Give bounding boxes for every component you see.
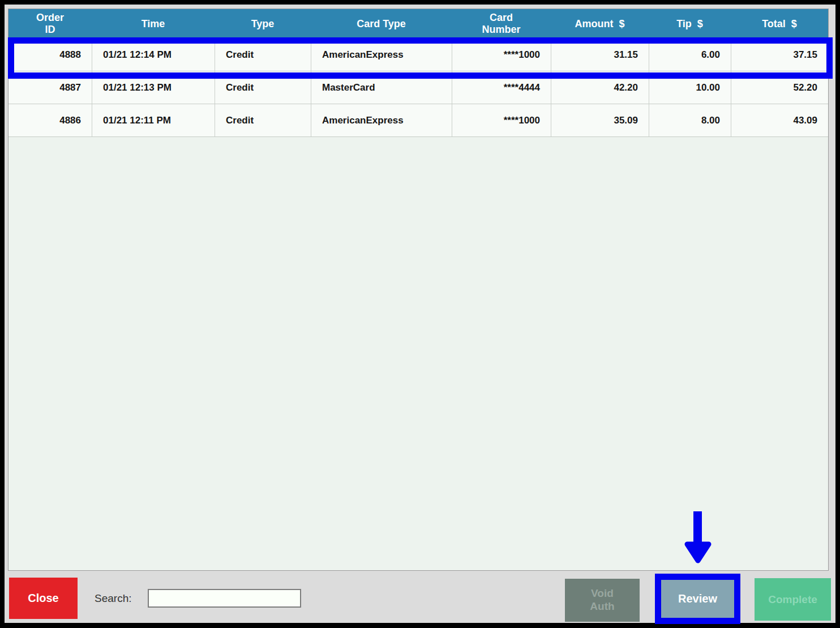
- cell-card-number: ****4444: [452, 71, 551, 104]
- cell-type: Credit: [215, 104, 311, 136]
- search-label: Search:: [95, 592, 131, 605]
- payments-window: Order ID Time Type Card Type Card Number…: [5, 5, 835, 623]
- close-button[interactable]: Close: [9, 578, 78, 619]
- cell-card-number: ****1000: [452, 39, 551, 71]
- search-input[interactable]: [148, 589, 301, 608]
- cell-card-number: ****1000: [452, 104, 551, 136]
- col-header-card-type: Card Type: [311, 9, 452, 39]
- cell-total: 37.15: [731, 39, 828, 71]
- table-header-row: Order ID Time Type Card Type Card Number…: [8, 9, 828, 39]
- review-button[interactable]: Review: [661, 580, 734, 618]
- table-row[interactable]: 488601/21 12:11 PMCreditAmericanExpress*…: [8, 104, 828, 137]
- col-header-tip: Tip $: [649, 9, 731, 39]
- cell-amount: 42.20: [551, 71, 649, 104]
- cell-order-id: 4887: [8, 71, 92, 104]
- col-header-time: Time: [92, 9, 215, 39]
- col-header-amount: Amount $: [551, 9, 649, 39]
- cell-tip: 8.00: [649, 104, 731, 136]
- cell-card-type: AmericanExpress: [311, 39, 452, 71]
- table-row[interactable]: 488801/21 12:14 PMCreditAmericanExpress*…: [8, 39, 828, 71]
- cell-tip: 10.00: [649, 71, 731, 104]
- screen-frame: Order ID Time Type Card Type Card Number…: [0, 0, 840, 628]
- cell-time: 01/21 12:13 PM: [92, 71, 215, 104]
- cell-order-id: 4886: [8, 104, 92, 136]
- review-highlight-border: Review: [655, 574, 740, 624]
- col-header-order-id: Order ID: [8, 9, 92, 39]
- void-auth-button[interactable]: Void Auth: [565, 579, 640, 622]
- table-row[interactable]: 488701/21 12:13 PMCreditMasterCard****44…: [8, 71, 828, 104]
- cell-card-type: MasterCard: [311, 71, 452, 104]
- col-header-total: Total $: [731, 9, 828, 39]
- complete-button[interactable]: Complete: [755, 578, 831, 621]
- cell-time: 01/21 12:11 PM: [92, 104, 215, 136]
- cell-amount: 35.09: [551, 104, 649, 136]
- void-auth-label: Void Auth: [590, 587, 614, 613]
- cell-order-id: 4888: [8, 39, 92, 71]
- col-header-type: Type: [215, 9, 311, 39]
- cell-amount: 31.15: [551, 39, 649, 71]
- cell-tip: 6.00: [649, 39, 731, 71]
- cell-type: Credit: [215, 39, 311, 71]
- cell-total: 52.20: [731, 71, 828, 104]
- col-header-card-number: Card Number: [452, 9, 551, 39]
- cell-type: Credit: [215, 71, 311, 104]
- cell-card-type: AmericanExpress: [311, 104, 452, 136]
- cell-total: 43.09: [731, 104, 828, 136]
- table-body: 488801/21 12:14 PMCreditAmericanExpress*…: [8, 39, 828, 137]
- cell-time: 01/21 12:14 PM: [92, 39, 215, 71]
- transactions-table: Order ID Time Type Card Type Card Number…: [8, 8, 829, 571]
- arrow-down-icon: [683, 511, 713, 566]
